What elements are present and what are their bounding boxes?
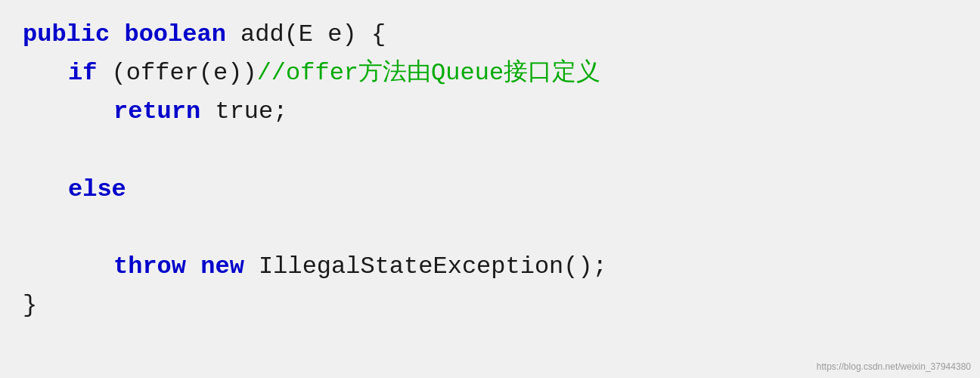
code-line-6 — [23, 209, 957, 247]
closing-brace: } — [23, 286, 37, 324]
code-block: public boolean add(E e) { if (offer(e))/… — [23, 15, 957, 325]
code-line-4 — [23, 132, 957, 170]
keyword-throw: throw — [113, 247, 200, 286]
comment-offer: //offer方法由Queue接口定义 — [257, 54, 600, 92]
keyword-if: if — [68, 54, 112, 92]
keyword-new: new — [200, 247, 259, 286]
keyword-boolean: boolean — [124, 15, 240, 54]
code-line-2: if (offer(e))//offer方法由Queue接口定义 — [23, 54, 957, 92]
return-value: true; — [215, 92, 287, 131]
condition: (offer(e)) — [112, 54, 257, 92]
keyword-return: return — [113, 92, 215, 131]
code-line-3: return true; — [23, 92, 957, 131]
code-line-7: throw new IllegalStateException(); — [23, 247, 957, 286]
watermark: https://blog.csdn.net/weixin_37944380 — [817, 361, 971, 372]
code-container: public boolean add(E e) { if (offer(e))/… — [0, 0, 980, 378]
method-signature: add(E e) { — [240, 15, 386, 54]
exception-class: IllegalStateException(); — [259, 247, 607, 286]
code-line-8: } — [23, 286, 957, 324]
code-line-5: else — [23, 170, 957, 209]
code-line-1: public boolean add(E e) { — [23, 15, 957, 54]
keyword-public: public — [23, 15, 124, 54]
keyword-else: else — [68, 170, 126, 209]
